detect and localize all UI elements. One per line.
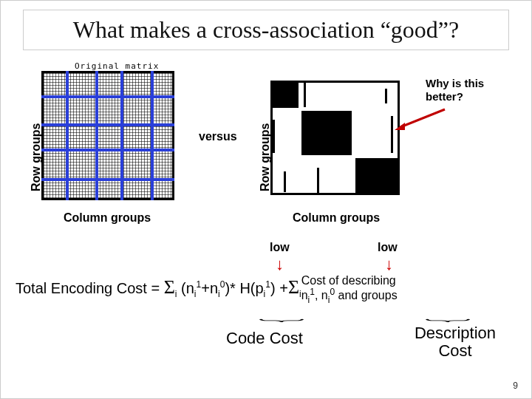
row-groups-label-left: Row groups: [30, 123, 42, 191]
brace-icon: ⏟: [259, 306, 304, 323]
column-groups-label-left: Column groups: [64, 211, 151, 225]
matrix-original-title: Original matrix: [75, 61, 159, 71]
formula-part: +n: [201, 280, 218, 296]
svg-marker-1: [395, 123, 405, 130]
formula-part: and groups: [335, 289, 398, 301]
formula-part: n: [301, 289, 308, 301]
sigma-icon: Σ: [288, 276, 299, 298]
code-cost-label: Code Cost: [226, 330, 303, 347]
reordered-matrix: [270, 81, 400, 195]
title-box: What makes a cross-association “good”?: [23, 10, 509, 50]
down-arrow-icon: ↓: [385, 255, 393, 274]
formula-sup-1: 1: [310, 287, 315, 297]
formula-lhs: Total Encoding Cost =: [16, 280, 164, 296]
formula-part: ): [270, 280, 276, 296]
encoding-cost-formula: Total Encoding Cost = Σi (ni1+ni0)* H(pi…: [16, 274, 524, 304]
why-is-this-better: Why is this better?: [426, 77, 522, 103]
formula-desc-line1: Cost of describing: [301, 274, 396, 287]
description-cost-label: Description Cost: [407, 324, 503, 360]
versus-text: versus: [199, 130, 237, 143]
low-label-1: low: [270, 241, 290, 254]
down-arrow-icon: ↓: [276, 255, 284, 274]
page-number: 9: [513, 381, 518, 391]
formula-desc: Cost of describing ni1, ni0 and groups: [301, 274, 398, 304]
formula-part: )* H(p: [225, 280, 263, 296]
formula-part: (n: [177, 280, 194, 296]
arrow-icon: [395, 108, 446, 130]
formula-part: , n: [315, 289, 328, 301]
page-title: What makes a cross-association “good”?: [33, 16, 499, 44]
formula-sub-i: i: [218, 289, 220, 299]
formula-part: +: [276, 280, 288, 296]
formula-sub-i: i: [194, 289, 197, 299]
brace-icon: ⏟: [426, 306, 470, 323]
original-matrix: [41, 71, 174, 200]
low-label-2: low: [378, 241, 398, 254]
row-groups-label-right: Row groups: [259, 123, 271, 191]
svg-line-0: [400, 109, 445, 127]
sigma-icon: Σ: [164, 276, 175, 298]
formula-sub-i: i: [264, 289, 266, 299]
column-groups-label-right: Column groups: [293, 211, 380, 225]
formula-sup-1: 1: [265, 279, 270, 290]
